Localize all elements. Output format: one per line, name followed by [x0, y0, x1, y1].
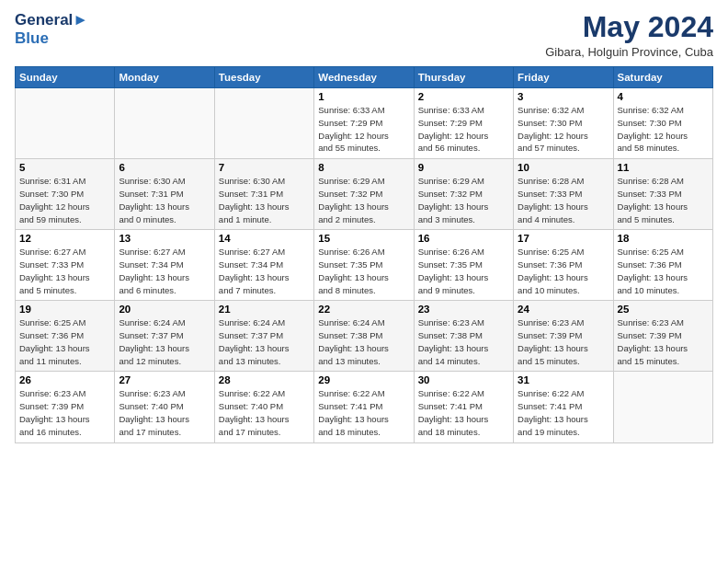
- calendar-cell: 19Sunrise: 6:25 AM Sunset: 7:36 PM Dayli…: [16, 301, 115, 372]
- calendar-cell: 30Sunrise: 6:22 AM Sunset: 7:41 PM Dayli…: [414, 372, 513, 442]
- day-number: 5: [19, 162, 110, 173]
- day-number: 21: [219, 304, 310, 315]
- day-number: 12: [19, 233, 110, 244]
- calendar-cell: 24Sunrise: 6:23 AM Sunset: 7:39 PM Dayli…: [514, 301, 613, 372]
- calendar-cell: 4Sunrise: 6:32 AM Sunset: 7:30 PM Daylig…: [613, 88, 712, 159]
- calendar-cell: [214, 88, 313, 159]
- logo-text-blue: Blue: [15, 29, 88, 48]
- weekday-header-tuesday: Tuesday: [214, 67, 313, 88]
- calendar-week-row-2: 5Sunrise: 6:31 AM Sunset: 7:30 PM Daylig…: [16, 159, 713, 230]
- day-number: 9: [418, 162, 509, 173]
- day-info: Sunrise: 6:24 AM Sunset: 7:37 PM Dayligh…: [119, 316, 210, 367]
- day-info: Sunrise: 6:27 AM Sunset: 7:34 PM Dayligh…: [119, 246, 210, 296]
- day-info: Sunrise: 6:29 AM Sunset: 7:32 PM Dayligh…: [318, 175, 409, 225]
- calendar-cell: 29Sunrise: 6:22 AM Sunset: 7:41 PM Dayli…: [314, 372, 414, 442]
- calendar-cell: [613, 372, 712, 442]
- day-info: Sunrise: 6:32 AM Sunset: 7:30 PM Dayligh…: [518, 104, 609, 155]
- calendar-week-row-5: 26Sunrise: 6:23 AM Sunset: 7:39 PM Dayli…: [16, 372, 713, 442]
- calendar-cell: 21Sunrise: 6:24 AM Sunset: 7:37 PM Dayli…: [214, 301, 313, 372]
- calendar-cell: [16, 88, 115, 159]
- day-number: 10: [518, 162, 609, 173]
- day-number: 29: [318, 374, 409, 385]
- day-number: 30: [418, 374, 509, 385]
- day-info: Sunrise: 6:22 AM Sunset: 7:41 PM Dayligh…: [318, 387, 409, 438]
- day-info: Sunrise: 6:24 AM Sunset: 7:38 PM Dayligh…: [318, 316, 409, 367]
- calendar-cell: 31Sunrise: 6:22 AM Sunset: 7:41 PM Dayli…: [514, 372, 613, 442]
- weekday-header-monday: Monday: [115, 67, 214, 88]
- calendar-cell: 14Sunrise: 6:27 AM Sunset: 7:34 PM Dayli…: [214, 230, 313, 301]
- day-number: 23: [418, 304, 509, 315]
- calendar-cell: 1Sunrise: 6:33 AM Sunset: 7:29 PM Daylig…: [314, 88, 414, 159]
- calendar-cell: 12Sunrise: 6:27 AM Sunset: 7:33 PM Dayli…: [16, 230, 115, 301]
- calendar-cell: 18Sunrise: 6:25 AM Sunset: 7:36 PM Dayli…: [613, 230, 712, 301]
- calendar-cell: 22Sunrise: 6:24 AM Sunset: 7:38 PM Dayli…: [314, 301, 414, 372]
- calendar-cell: 26Sunrise: 6:23 AM Sunset: 7:39 PM Dayli…: [16, 372, 115, 442]
- day-number: 28: [219, 374, 310, 385]
- day-number: 25: [618, 304, 709, 315]
- day-info: Sunrise: 6:32 AM Sunset: 7:30 PM Dayligh…: [618, 104, 709, 155]
- day-number: 6: [119, 162, 210, 173]
- title-location: Gibara, Holguin Province, Cuba: [545, 45, 713, 59]
- day-info: Sunrise: 6:30 AM Sunset: 7:31 PM Dayligh…: [119, 175, 210, 225]
- day-info: Sunrise: 6:23 AM Sunset: 7:40 PM Dayligh…: [119, 387, 210, 438]
- calendar-cell: 10Sunrise: 6:28 AM Sunset: 7:33 PM Dayli…: [514, 159, 613, 230]
- title-month: May 2024: [545, 11, 713, 43]
- day-info: Sunrise: 6:31 AM Sunset: 7:30 PM Dayligh…: [19, 175, 110, 225]
- calendar-cell: 5Sunrise: 6:31 AM Sunset: 7:30 PM Daylig…: [16, 159, 115, 230]
- day-number: 16: [418, 233, 509, 244]
- day-number: 11: [618, 162, 709, 173]
- day-info: Sunrise: 6:29 AM Sunset: 7:32 PM Dayligh…: [418, 175, 509, 225]
- day-info: Sunrise: 6:27 AM Sunset: 7:34 PM Dayligh…: [219, 246, 310, 296]
- day-info: Sunrise: 6:23 AM Sunset: 7:38 PM Dayligh…: [418, 316, 509, 367]
- day-number: 24: [518, 304, 609, 315]
- calendar-cell: 9Sunrise: 6:29 AM Sunset: 7:32 PM Daylig…: [414, 159, 513, 230]
- calendar-cell: 20Sunrise: 6:24 AM Sunset: 7:37 PM Dayli…: [115, 301, 214, 372]
- day-number: 20: [119, 304, 210, 315]
- calendar-cell: 27Sunrise: 6:23 AM Sunset: 7:40 PM Dayli…: [115, 372, 214, 442]
- day-number: 27: [119, 374, 210, 385]
- day-number: 7: [219, 162, 310, 173]
- day-info: Sunrise: 6:26 AM Sunset: 7:35 PM Dayligh…: [418, 246, 509, 296]
- day-number: 17: [518, 233, 609, 244]
- calendar-cell: 15Sunrise: 6:26 AM Sunset: 7:35 PM Dayli…: [314, 230, 414, 301]
- calendar-cell: 11Sunrise: 6:28 AM Sunset: 7:33 PM Dayli…: [613, 159, 712, 230]
- calendar-cell: 6Sunrise: 6:30 AM Sunset: 7:31 PM Daylig…: [115, 159, 214, 230]
- day-info: Sunrise: 6:27 AM Sunset: 7:33 PM Dayligh…: [19, 246, 110, 296]
- calendar-cell: 17Sunrise: 6:25 AM Sunset: 7:36 PM Dayli…: [514, 230, 613, 301]
- day-info: Sunrise: 6:23 AM Sunset: 7:39 PM Dayligh…: [618, 316, 709, 367]
- title-block: May 2024 Gibara, Holguin Province, Cuba: [545, 11, 713, 59]
- day-number: 15: [318, 233, 409, 244]
- day-info: Sunrise: 6:22 AM Sunset: 7:41 PM Dayligh…: [418, 387, 509, 438]
- weekday-header-sunday: Sunday: [16, 67, 115, 88]
- calendar-cell: 2Sunrise: 6:33 AM Sunset: 7:29 PM Daylig…: [414, 88, 513, 159]
- day-info: Sunrise: 6:30 AM Sunset: 7:31 PM Dayligh…: [219, 175, 310, 225]
- day-number: 8: [318, 162, 409, 173]
- day-number: 2: [418, 91, 509, 102]
- day-info: Sunrise: 6:23 AM Sunset: 7:39 PM Dayligh…: [19, 387, 110, 438]
- header: General► Blue May 2024 Gibara, Holguin P…: [15, 11, 713, 59]
- calendar-cell: 7Sunrise: 6:30 AM Sunset: 7:31 PM Daylig…: [214, 159, 313, 230]
- weekday-header-wednesday: Wednesday: [314, 67, 414, 88]
- day-number: 1: [318, 91, 409, 102]
- weekday-header-thursday: Thursday: [414, 67, 513, 88]
- calendar-table: SundayMondayTuesdayWednesdayThursdayFrid…: [15, 66, 713, 442]
- day-info: Sunrise: 6:28 AM Sunset: 7:33 PM Dayligh…: [518, 175, 609, 225]
- calendar-cell: 23Sunrise: 6:23 AM Sunset: 7:38 PM Dayli…: [414, 301, 513, 372]
- day-info: Sunrise: 6:33 AM Sunset: 7:29 PM Dayligh…: [418, 104, 509, 155]
- day-info: Sunrise: 6:33 AM Sunset: 7:29 PM Dayligh…: [318, 104, 409, 155]
- calendar-cell: 3Sunrise: 6:32 AM Sunset: 7:30 PM Daylig…: [514, 88, 613, 159]
- weekday-header-friday: Friday: [514, 67, 613, 88]
- day-number: 22: [318, 304, 409, 315]
- day-number: 26: [19, 374, 110, 385]
- calendar-cell: 28Sunrise: 6:22 AM Sunset: 7:40 PM Dayli…: [214, 372, 313, 442]
- day-info: Sunrise: 6:24 AM Sunset: 7:37 PM Dayligh…: [219, 316, 310, 367]
- day-info: Sunrise: 6:26 AM Sunset: 7:35 PM Dayligh…: [318, 246, 409, 296]
- weekday-header-saturday: Saturday: [613, 67, 712, 88]
- day-info: Sunrise: 6:28 AM Sunset: 7:33 PM Dayligh…: [618, 175, 709, 225]
- calendar-cell: 13Sunrise: 6:27 AM Sunset: 7:34 PM Dayli…: [115, 230, 214, 301]
- calendar-cell: 8Sunrise: 6:29 AM Sunset: 7:32 PM Daylig…: [314, 159, 414, 230]
- day-info: Sunrise: 6:25 AM Sunset: 7:36 PM Dayligh…: [19, 316, 110, 367]
- page: General► Blue May 2024 Gibara, Holguin P…: [0, 0, 728, 563]
- calendar-week-row-3: 12Sunrise: 6:27 AM Sunset: 7:33 PM Dayli…: [16, 230, 713, 301]
- calendar-week-row-1: 1Sunrise: 6:33 AM Sunset: 7:29 PM Daylig…: [16, 88, 713, 159]
